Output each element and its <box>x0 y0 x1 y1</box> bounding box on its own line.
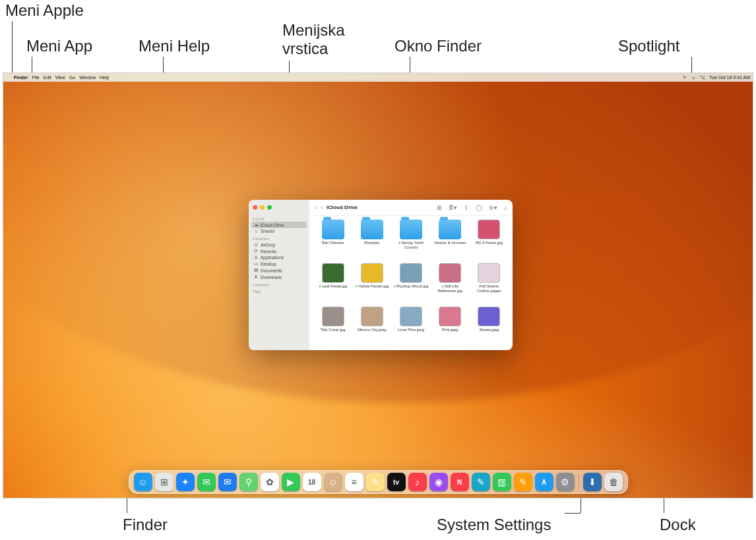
file-item[interactable]: Rail Chasers <box>315 220 351 260</box>
docs-icon: ▤ <box>253 268 259 273</box>
file-name: Skater.jpeg <box>479 328 499 332</box>
apps-icon: A <box>253 255 259 260</box>
minimize-button[interactable] <box>260 205 265 210</box>
dock-app-messages[interactable]: ✉ <box>197 473 216 491</box>
file-name: Lone Pine.jpeg <box>398 328 424 332</box>
dock-app-trash[interactable]: 🗑 <box>604 473 623 491</box>
sidebar-item-documents[interactable]: ▤Documents <box>251 267 307 274</box>
maximize-button[interactable] <box>267 205 272 210</box>
dock-app-safari[interactable]: ✦ <box>176 473 195 491</box>
menu-view[interactable]: View <box>55 75 65 80</box>
share-icon[interactable]: ⇪ <box>464 204 469 211</box>
tag-dot-icon: ● <box>441 284 444 288</box>
dock-app-reminders[interactable]: ≡ <box>345 473 363 491</box>
dock-app-downloads[interactable]: ⬇ <box>583 473 602 491</box>
sidebar-item-icloud-drive[interactable]: ☁iCloud Drive <box>251 222 307 228</box>
file-item[interactable]: Pink.jpeg <box>432 307 468 347</box>
dock-app-numbers[interactable]: ▥ <box>493 473 511 491</box>
menu-go[interactable]: Go <box>69 75 75 80</box>
shared-icon: ⌂ <box>253 229 259 233</box>
callout-menubar: Menijska vrstica <box>282 21 345 57</box>
tag-dot-icon: ● <box>319 284 321 288</box>
dock-app-news[interactable]: N <box>451 473 469 491</box>
file-thumbnail <box>322 307 344 326</box>
callout-app-menu: Meni App <box>26 37 92 55</box>
file-thumbnail <box>361 307 383 326</box>
folder-icon <box>361 220 383 239</box>
file-item[interactable]: ●Rooftop Shoot.jpg <box>393 263 429 304</box>
callout-spotlight: Spotlight <box>618 37 679 55</box>
sidebar-item-label: Desktop <box>261 262 276 266</box>
dock-app-tv[interactable]: tv <box>387 473 406 491</box>
menu-edit[interactable]: Edit <box>44 75 51 80</box>
back-button[interactable]: ‹ <box>315 204 317 211</box>
action-menu-icon[interactable]: ⊖▾ <box>489 204 497 211</box>
finder-toolbar: ‹ › iCloud Drive ⊞ ≣▾ ⇪ ◯ ⊖▾ ⌕ <box>309 200 513 216</box>
sidebar-item-applications[interactable]: AApplications <box>251 255 307 260</box>
dock-app-launchpad[interactable]: ⊞ <box>155 473 173 491</box>
dock-app-app-store[interactable]: A <box>535 473 553 491</box>
menu-help[interactable]: Help <box>100 75 109 80</box>
forward-button[interactable]: › <box>321 204 323 211</box>
dock-app-maps[interactable]: ⚲ <box>239 473 258 491</box>
dock-app-notes[interactable]: ✎ <box>366 473 385 491</box>
menubar: Finder File Edit View Go Window Help ᯤ ⌕… <box>3 73 753 82</box>
file-item[interactable]: Receipts <box>354 220 390 260</box>
file-item[interactable]: ●Yellow Flower.jpg <box>354 263 390 304</box>
wifi-icon[interactable]: ᯤ <box>683 75 688 80</box>
menubar-clock[interactable]: Tue Oct 18 9:41 AM <box>709 75 750 80</box>
control-center-icon[interactable]: ⌥ <box>699 75 705 80</box>
dock-app-facetime[interactable]: ▶ <box>282 473 300 491</box>
file-name: ●Rooftop Shoot.jpg <box>394 284 429 289</box>
file-item[interactable]: ●Leaf Detail.jpg <box>315 263 351 304</box>
file-item[interactable]: Skater.jpeg <box>471 307 507 347</box>
search-icon[interactable]: ⌕ <box>504 204 507 211</box>
file-thumbnail <box>400 263 422 283</box>
dock-app-finder[interactable]: ☺ <box>134 473 152 491</box>
tag-dot-icon: ● <box>355 284 358 288</box>
tag-icon[interactable]: ◯ <box>476 204 482 211</box>
dock-app-music[interactable]: ♪ <box>408 473 427 491</box>
view-icon-grid[interactable]: ⊞ <box>437 204 442 211</box>
sidebar-item-downloads[interactable]: ⬇Downloads <box>251 274 307 280</box>
file-thumbnail <box>400 307 422 326</box>
dock-app-podcasts[interactable]: ◉ <box>429 473 448 491</box>
airdrop-icon: ◎ <box>253 242 259 247</box>
sidebar-item-recents[interactable]: ⟳Recents <box>251 248 307 255</box>
dock-app-calendar[interactable]: 18 <box>303 473 321 491</box>
callout-system-settings: System Settings <box>437 516 551 534</box>
file-item[interactable]: Fall Scents Outline.pages <box>471 263 507 304</box>
file-item[interactable]: ●Spring Youth Council <box>393 220 429 260</box>
callout-apple-menu: Meni Apple <box>5 1 84 20</box>
dock-app-freeform[interactable]: ✎ <box>472 473 490 491</box>
file-item[interactable]: Title Cover.jpg <box>315 307 351 347</box>
spotlight-icon[interactable]: ⌕ <box>692 75 695 80</box>
dock-separator <box>579 474 579 491</box>
close-button[interactable] <box>253 205 257 210</box>
dock-app-mail[interactable]: ✉ <box>218 473 237 491</box>
folder-icon <box>439 220 461 239</box>
menu-app-finder[interactable]: Finder <box>14 75 28 80</box>
file-item[interactable]: ●Still Life Reference.jpg <box>432 263 468 304</box>
sidebar-item-airdrop[interactable]: ◎AirDrop <box>251 241 307 248</box>
file-name: ●Yellow Flower.jpg <box>355 284 389 289</box>
sidebar-section-label: Favorites <box>251 237 307 241</box>
file-item[interactable]: Mexico City.jpeg <box>354 307 390 347</box>
dock-app-system-settings[interactable]: ⚙ <box>556 473 575 491</box>
dock-app-photos[interactable]: ✿ <box>261 473 279 491</box>
group-menu-icon[interactable]: ≣▾ <box>449 204 457 211</box>
file-item[interactable]: Vendor & Invoices <box>432 220 468 260</box>
dock-app-pages[interactable]: ✎ <box>514 473 532 491</box>
file-name: Title Cover.jpg <box>321 328 346 332</box>
tag-dot-icon: ● <box>394 284 396 288</box>
file-item[interactable]: RD.2-Notes.jpg <box>471 220 507 260</box>
menu-file[interactable]: File <box>32 75 39 80</box>
dock-app-contacts[interactable]: ☺ <box>324 473 342 491</box>
file-item[interactable]: Lone Pine.jpeg <box>393 307 429 347</box>
finder-sidebar: iCloud☁iCloud Drive⌂SharedFavorites◎AirD… <box>249 200 309 350</box>
file-name: Fall Scents Outline.pages <box>471 284 507 293</box>
sidebar-item-desktop[interactable]: ▭Desktop <box>251 260 307 267</box>
menu-window[interactable]: Window <box>79 75 96 80</box>
sidebar-item-shared[interactable]: ⌂Shared <box>251 228 307 234</box>
callout-finder-window: Okno Finder <box>394 37 482 55</box>
